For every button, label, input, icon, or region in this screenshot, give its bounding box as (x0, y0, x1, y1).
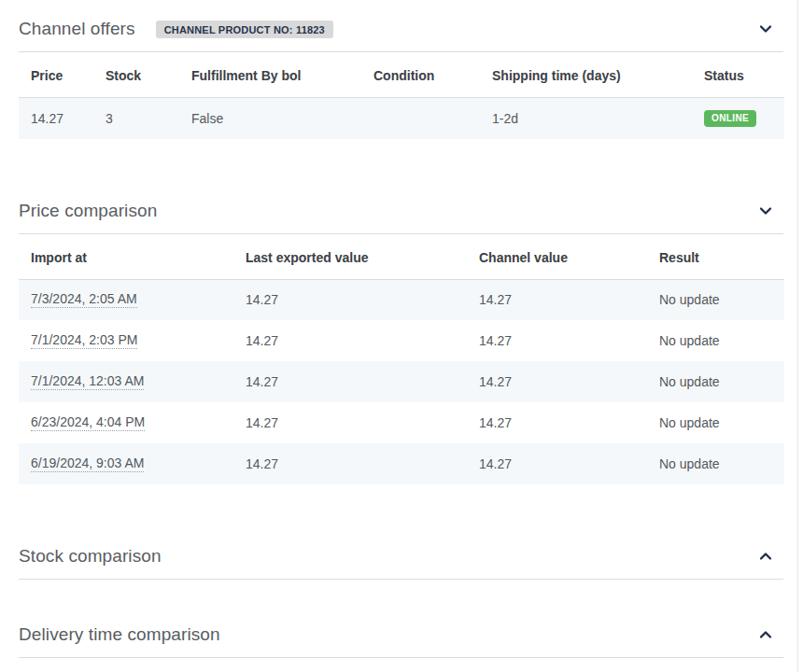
col-status: Status (692, 52, 784, 98)
col-result: Result (647, 234, 784, 280)
col-import-at: Import at (19, 234, 233, 280)
col-condition: Condition (361, 52, 480, 98)
section-title-channel-offers: Channel offers (19, 19, 135, 39)
col-stock: Stock (93, 52, 179, 98)
table-row: 6/19/2024, 9:03 AM 14.27 14.27 No update (19, 443, 784, 484)
offer-status-cell: ONLINE (692, 98, 784, 139)
channel-value: 14.27 (467, 443, 647, 484)
channel-offers-table: Price Stock Fulfillment By bol Condition… (19, 52, 784, 139)
chevron-up-icon[interactable] (755, 624, 776, 645)
channel-product-no-badge: CHANNEL PRODUCT NO: 11823 (156, 21, 333, 38)
import-at-link[interactable]: 7/1/2024, 2:03 PM (31, 332, 137, 349)
result-value: No update (647, 443, 784, 484)
result-value: No update (647, 320, 784, 361)
section-title-delivery-time-comparison: Delivery time comparison (19, 624, 220, 645)
section-header-price-comparison[interactable]: Price comparison (19, 195, 783, 234)
offer-stock: 3 (93, 98, 179, 139)
table-row: 6/23/2024, 4:04 PM 14.27 14.27 No update (19, 402, 784, 443)
last-exported-value: 14.27 (233, 402, 467, 443)
last-exported-value: 14.27 (233, 279, 467, 320)
result-value: No update (647, 279, 784, 320)
col-price: Price (19, 52, 93, 98)
channel-detail-panel: Channel offers CHANNEL PRODUCT NO: 11823… (0, 0, 798, 672)
price-comparison-table: Import at Last exported value Channel va… (19, 234, 784, 485)
chevron-up-icon[interactable] (755, 546, 776, 567)
section-header-channel-offers[interactable]: Channel offers CHANNEL PRODUCT NO: 11823 (19, 13, 783, 52)
section-header-stock-comparison[interactable]: Stock comparison (19, 540, 783, 580)
price-comparison-header-row: Import at Last exported value Channel va… (19, 234, 784, 280)
last-exported-value: 14.27 (233, 361, 467, 402)
channel-value: 14.27 (467, 279, 647, 320)
import-at-link[interactable]: 6/23/2024, 4:04 PM (31, 414, 145, 431)
chevron-down-icon[interactable] (755, 19, 776, 39)
import-at-link[interactable]: 7/3/2024, 2:05 AM (31, 291, 137, 308)
import-at-link[interactable]: 6/19/2024, 9:03 AM (31, 455, 144, 472)
offer-fulfillment: False (179, 98, 361, 139)
import-at-link[interactable]: 7/1/2024, 12:03 AM (31, 373, 144, 390)
col-channel-value: Channel value (467, 234, 647, 280)
channel-offers-header-row: Price Stock Fulfillment By bol Condition… (19, 52, 784, 98)
channel-value: 14.27 (467, 402, 647, 443)
result-value: No update (647, 402, 784, 443)
table-row: 7/1/2024, 2:03 PM 14.27 14.27 No update (19, 320, 784, 361)
chevron-down-icon[interactable] (755, 201, 776, 221)
channel-value: 14.27 (467, 320, 647, 361)
offer-condition (361, 98, 480, 139)
col-last-exported: Last exported value (233, 234, 467, 280)
last-exported-value: 14.27 (233, 320, 467, 361)
col-shipping-time: Shipping time (days) (480, 52, 692, 98)
section-title-price-comparison: Price comparison (19, 201, 157, 221)
channel-value: 14.27 (467, 361, 647, 402)
offer-price: 14.27 (19, 98, 93, 139)
last-exported-value: 14.27 (233, 443, 467, 484)
section-title-stock-comparison: Stock comparison (19, 546, 162, 567)
section-header-delivery-time-comparison[interactable]: Delivery time comparison (19, 619, 783, 658)
result-value: No update (647, 361, 784, 402)
table-row: 7/1/2024, 12:03 AM 14.27 14.27 No update (19, 361, 784, 402)
col-fulfillment: Fulfillment By bol (179, 52, 361, 98)
table-row: 14.27 3 False 1-2d ONLINE (19, 98, 784, 139)
status-badge: ONLINE (704, 110, 756, 127)
offer-shipping-time: 1-2d (480, 98, 692, 139)
table-row: 7/3/2024, 2:05 AM 14.27 14.27 No update (19, 279, 784, 320)
